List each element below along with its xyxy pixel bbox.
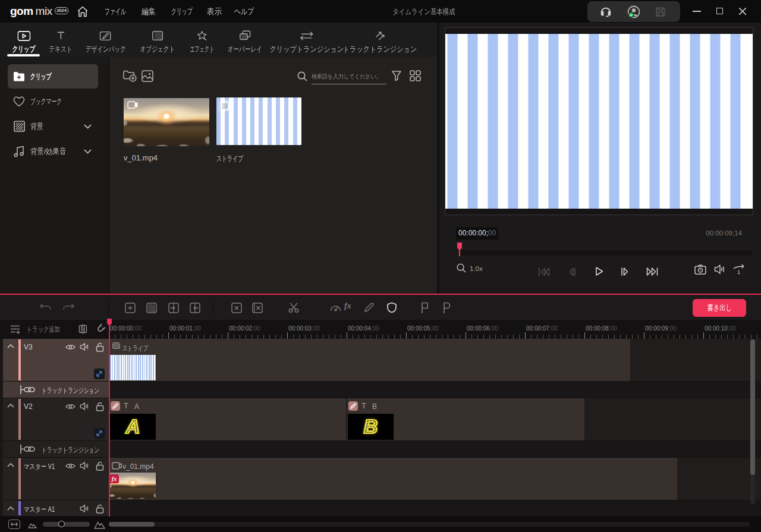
svg-text:1: 1: [737, 269, 740, 275]
